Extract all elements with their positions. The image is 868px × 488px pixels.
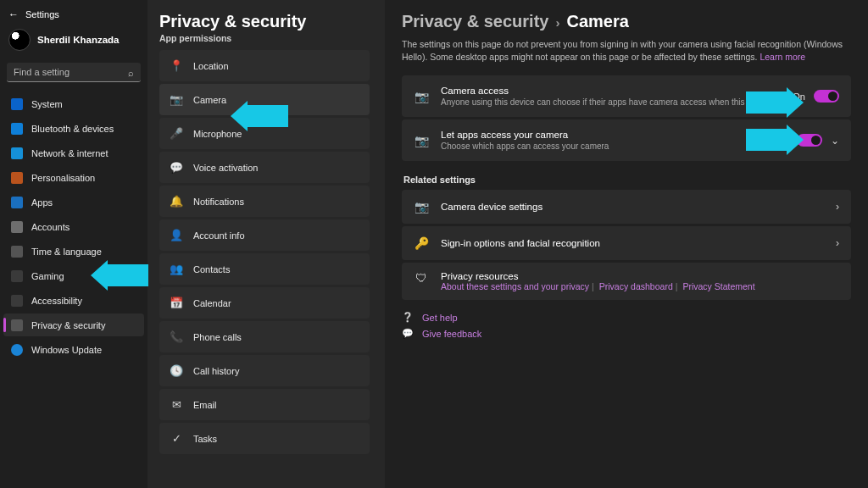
phone-icon: 📞	[170, 330, 183, 343]
nav-item-network[interactable]: Network & internet	[3, 141, 144, 164]
toggle-switch[interactable]	[797, 134, 822, 147]
perm-label: Contacts	[193, 264, 230, 274]
card-title: Camera access	[441, 86, 781, 96]
nav-label: Network & internet	[31, 148, 108, 158]
nav-item-windows-update[interactable]: Windows Update	[3, 338, 144, 361]
toggle-camera-access: 📷 Camera access Anyone using this device…	[402, 75, 851, 117]
chevron-down-icon[interactable]: ⌄	[831, 135, 839, 147]
nav-item-system[interactable]: System	[3, 92, 144, 115]
toggle-state-label: On	[776, 136, 788, 146]
nav-label: Gaming	[31, 271, 64, 281]
perm-item-microphone[interactable]: 🎤Microphone	[159, 118, 370, 149]
related-settings-label: Related settings	[403, 175, 851, 185]
perm-label: Calendar	[193, 298, 231, 308]
search-input[interactable]	[7, 63, 141, 82]
perm-item-email[interactable]: ✉Email	[159, 389, 370, 420]
brush-icon	[10, 171, 23, 184]
app-title: Settings	[25, 9, 59, 19]
perm-label: Voice activation	[193, 163, 258, 173]
resource-link-dashboard[interactable]: Privacy dashboard	[599, 281, 673, 291]
history-icon: 🕓	[170, 364, 183, 377]
desktop-icon	[10, 97, 23, 110]
breadcrumb: Privacy & security › Camera	[402, 12, 851, 31]
perm-item-contacts[interactable]: 👥Contacts	[159, 253, 370, 285]
nav-item-bluetooth[interactable]: Bluetooth & devices	[3, 117, 144, 140]
breadcrumb-separator-icon: ›	[555, 15, 559, 30]
get-help-link[interactable]: ❔Get help	[402, 312, 851, 323]
chevron-right-icon: ›	[836, 201, 839, 213]
nav-label: System	[31, 99, 63, 109]
perm-item-call-history[interactable]: 🕓Call history	[159, 355, 370, 386]
update-icon	[10, 343, 23, 356]
tasks-icon: ✓	[170, 432, 183, 445]
nav-item-gaming[interactable]: Gaming	[3, 264, 144, 287]
perm-label: Microphone	[193, 129, 242, 139]
apps-icon	[10, 196, 23, 208]
related-sign-in-options[interactable]: 🔑 Sign-in options and facial recognition…	[402, 226, 851, 260]
detail-pane: Privacy & security › Camera The settings…	[385, 0, 868, 488]
nav-item-accessibility[interactable]: Accessibility	[3, 289, 144, 312]
perm-item-voice-activation[interactable]: 💬Voice activation	[159, 152, 370, 183]
key-icon: 🔑	[414, 236, 429, 250]
back-arrow-icon[interactable]: ←	[8, 8, 19, 20]
perm-label: Notifications	[193, 197, 244, 207]
nav-item-apps[interactable]: Apps	[3, 191, 144, 214]
perm-label: Call history	[193, 366, 239, 376]
shield-icon	[10, 319, 23, 331]
resources-title: Privacy resources	[441, 271, 755, 281]
avatar	[8, 29, 31, 51]
perm-label: Tasks	[193, 434, 217, 444]
breadcrumb-parent[interactable]: Privacy & security	[402, 12, 548, 31]
perm-item-tasks[interactable]: ✓Tasks	[159, 423, 370, 454]
breadcrumb-current: Camera	[566, 12, 628, 31]
titlebar: ← Settings	[0, 5, 147, 27]
clock-icon	[10, 245, 23, 258]
nav-item-privacy-security[interactable]: Privacy & security	[3, 313, 144, 336]
game-icon	[10, 269, 23, 282]
nav-item-accounts[interactable]: Accounts	[3, 215, 144, 238]
bluetooth-icon	[10, 122, 23, 135]
nav-label: Accessibility	[31, 296, 82, 306]
perm-item-account-info[interactable]: 👤Account info	[159, 219, 370, 251]
nav-label: Bluetooth & devices	[31, 124, 114, 134]
perm-item-camera[interactable]: 📷Camera	[159, 84, 370, 115]
person-icon	[10, 220, 23, 233]
perm-label: Email	[193, 400, 217, 410]
perm-item-location[interactable]: 📍Location	[159, 50, 370, 81]
mid-title: Privacy & security	[159, 12, 373, 31]
resource-link-statement[interactable]: Privacy Statement	[682, 281, 754, 291]
toggle-apps-access-camera: 📷 Let apps access your camera Choose whi…	[402, 119, 851, 161]
perm-item-calendar[interactable]: 📅Calendar	[159, 287, 370, 319]
related-camera-device-settings[interactable]: 📷 Camera device settings ›	[402, 190, 851, 224]
perm-label: Camera	[193, 95, 226, 105]
camera-icon: 📷	[414, 90, 429, 103]
privacy-resources-card: 🛡 Privacy resources About these settings…	[402, 263, 851, 300]
user-row[interactable]: Sherdil Khanzada	[0, 27, 147, 59]
microphone-icon: 🎤	[170, 127, 183, 140]
contacts-icon: 👥	[170, 263, 183, 275]
search-wrap: ⌕	[7, 63, 141, 82]
perm-label: Account info	[193, 230, 245, 241]
voice-icon: 💬	[170, 161, 183, 174]
nav-item-time-language[interactable]: Time & language	[3, 240, 144, 263]
learn-more-link[interactable]: Learn more	[760, 52, 805, 62]
card-subtitle: Choose which apps can access your camera	[441, 141, 764, 151]
toggle-switch[interactable]	[814, 90, 839, 103]
give-feedback-link[interactable]: 💬Give feedback	[402, 328, 851, 339]
nav-label: Time & language	[31, 247, 102, 257]
location-icon: 📍	[170, 59, 183, 72]
permissions-column: Privacy & security App permissions 📍Loca…	[147, 0, 385, 488]
perm-item-notifications[interactable]: 🔔Notifications	[159, 186, 370, 217]
resource-link-about[interactable]: About these settings and your privacy	[441, 281, 589, 291]
perm-item-phone-calls[interactable]: 📞Phone calls	[159, 321, 370, 352]
calendar-icon: 📅	[170, 297, 183, 309]
wifi-icon	[10, 147, 23, 159]
link-label: Sign-in options and facial recognition	[441, 238, 600, 248]
user-name: Sherdil Khanzada	[37, 35, 120, 45]
permissions-list: 📍Location 📷Camera 🎤Microphone 💬Voice act…	[159, 50, 373, 454]
chevron-right-icon: ›	[836, 237, 839, 249]
email-icon: ✉	[170, 398, 183, 411]
help-icon: ❔	[402, 312, 414, 323]
nav-item-personalisation[interactable]: Personalisation	[3, 166, 144, 189]
accessibility-icon	[10, 294, 23, 307]
